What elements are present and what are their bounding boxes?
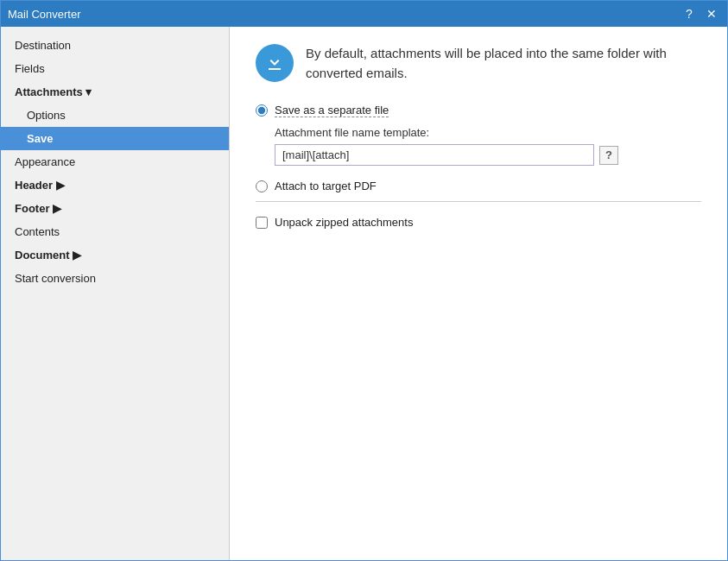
attach-to-pdf-option[interactable]: Attach to target PDF [256, 180, 701, 192]
sidebar-item-save[interactable]: Save [1, 127, 229, 150]
template-input[interactable] [275, 144, 594, 166]
download-icon [264, 53, 285, 73]
app-window: Mail Converter ? ✕ DestinationFieldsAtta… [0, 0, 728, 561]
save-as-separate-radio[interactable] [256, 104, 268, 117]
save-as-separate-label: Save as a separate file [275, 104, 389, 117]
save-as-separate-option[interactable]: Save as a separate file [256, 104, 701, 117]
unpack-zipped-label: Unpack zipped attachments [275, 216, 413, 229]
sidebar-item-options[interactable]: Options [1, 104, 229, 127]
sidebar-item-contents[interactable]: Contents [1, 220, 229, 243]
sidebar-item-start-conversion[interactable]: Start conversion [1, 267, 229, 290]
panel-description: By default, attachments will be placed i… [306, 44, 677, 83]
main-content: DestinationFieldsAttachments ▾OptionsSav… [1, 27, 727, 560]
sidebar-item-header[interactable]: Header ▶ [1, 173, 229, 197]
options-section: Save as a separate file Attachment file … [256, 104, 701, 229]
sidebar-item-destination[interactable]: Destination [1, 34, 229, 57]
titlebar: Mail Converter ? ✕ [1, 1, 727, 27]
template-label: Attachment file name template: [275, 126, 701, 139]
right-panel: By default, attachments will be placed i… [230, 27, 727, 560]
window-title: Mail Converter [8, 8, 81, 21]
sidebar-item-attachments[interactable]: Attachments ▾ [1, 80, 229, 104]
section-divider [256, 201, 701, 202]
sidebar-item-fields[interactable]: Fields [1, 57, 229, 80]
close-button[interactable]: ✕ [703, 5, 720, 22]
attach-to-pdf-label: Attach to target PDF [275, 180, 377, 192]
sidebar-item-footer[interactable]: Footer ▶ [1, 197, 229, 220]
sidebar-item-document[interactable]: Document ▶ [1, 243, 229, 267]
sidebar-item-appearance[interactable]: Appearance [1, 150, 229, 173]
sidebar: DestinationFieldsAttachments ▾OptionsSav… [1, 27, 230, 560]
help-button[interactable]: ? [681, 5, 698, 22]
panel-header: By default, attachments will be placed i… [256, 44, 701, 83]
attach-to-pdf-radio[interactable] [256, 180, 268, 192]
panel-icon [256, 44, 294, 82]
unpack-zipped-option[interactable]: Unpack zipped attachments [256, 216, 701, 229]
template-help-button[interactable]: ? [599, 146, 618, 165]
unpack-zipped-checkbox[interactable] [256, 217, 268, 229]
template-input-row: ? [275, 144, 701, 166]
titlebar-buttons: ? ✕ [681, 5, 720, 22]
